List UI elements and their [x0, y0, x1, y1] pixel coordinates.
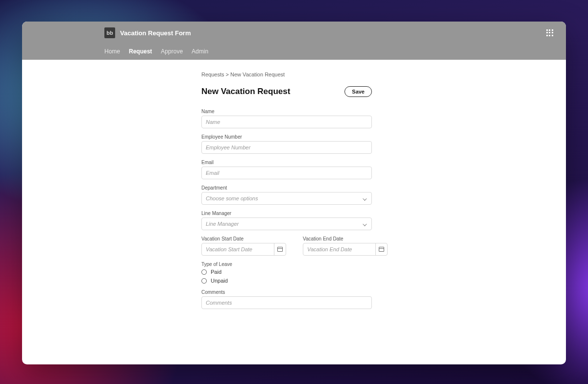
line-manager-select[interactable]: Line Manager	[201, 217, 372, 230]
logo-text: bb	[106, 30, 113, 36]
app-title: Vacation Request Form	[120, 29, 191, 37]
field-comments: Comments	[201, 289, 372, 309]
form-container: Requests > New Vacation Request New Vaca…	[201, 72, 372, 315]
line-manager-placeholder: Line Manager	[206, 221, 239, 227]
field-email: Email	[201, 160, 372, 179]
calendar-icon	[379, 247, 384, 252]
label-comments: Comments	[201, 289, 372, 295]
label-department: Department	[201, 185, 372, 191]
field-employee-number: Employee Number	[201, 134, 372, 154]
label-type-of-leave: Type of Leave	[201, 262, 372, 267]
radio-circle-icon	[201, 269, 207, 275]
breadcrumb-separator: >	[226, 72, 229, 77]
breadcrumb-current: New Vacation Request	[230, 72, 285, 77]
vacation-start-calendar-button[interactable]	[274, 243, 286, 255]
calendar-icon	[277, 247, 283, 252]
radio-label-unpaid: Unpaid	[211, 278, 228, 284]
label-employee-number: Employee Number	[201, 134, 372, 140]
type-of-leave-radio-group: Paid Unpaid	[201, 269, 372, 284]
chevron-down-icon	[363, 221, 368, 226]
field-department: Department Choose some options	[201, 185, 372, 205]
save-button[interactable]: Save	[344, 86, 372, 97]
label-email: Email	[201, 160, 372, 165]
content: Requests > New Vacation Request New Vaca…	[22, 60, 566, 315]
radio-label-paid: Paid	[211, 269, 221, 275]
employee-number-input[interactable]	[201, 141, 372, 154]
apps-grid-icon[interactable]	[546, 29, 553, 36]
vacation-start-input-wrap	[201, 243, 286, 256]
nav-item-home[interactable]: Home	[104, 48, 120, 55]
radio-paid[interactable]: Paid	[201, 269, 372, 275]
vacation-end-input-wrap	[303, 243, 388, 256]
topbar-row-brand: bb Vacation Request Form	[22, 22, 566, 38]
nav: Home Request Approve Admin	[22, 48, 566, 60]
field-vacation-start: Vacation Start Date	[201, 236, 286, 256]
label-line-manager: Line Manager	[201, 211, 372, 216]
nav-item-request[interactable]: Request	[129, 48, 152, 55]
vacation-start-input[interactable]	[206, 246, 274, 252]
app-window: bb Vacation Request Form Home Request Ap…	[22, 22, 566, 364]
field-name: Name	[201, 109, 372, 128]
breadcrumb: Requests > New Vacation Request	[201, 72, 372, 77]
page-title: New Vacation Request	[201, 87, 290, 96]
department-placeholder: Choose some options	[206, 195, 258, 201]
page-header: New Vacation Request Save	[201, 86, 372, 97]
vacation-end-input[interactable]	[307, 246, 375, 252]
brand: bb Vacation Request Form	[104, 27, 191, 38]
label-vacation-start: Vacation Start Date	[201, 236, 286, 241]
topbar: bb Vacation Request Form Home Request Ap…	[22, 22, 566, 60]
field-type-of-leave: Type of Leave Paid Unpaid	[201, 262, 372, 284]
field-vacation-end: Vacation End Date	[303, 236, 388, 256]
chevron-down-icon	[363, 196, 368, 201]
department-select[interactable]: Choose some options	[201, 192, 372, 205]
vacation-end-calendar-button[interactable]	[375, 243, 387, 255]
radio-unpaid[interactable]: Unpaid	[201, 278, 372, 284]
breadcrumb-parent[interactable]: Requests	[201, 72, 224, 77]
logo: bb	[104, 27, 115, 38]
label-vacation-end: Vacation End Date	[303, 236, 388, 241]
comments-input[interactable]	[201, 296, 372, 309]
nav-item-approve[interactable]: Approve	[161, 48, 183, 55]
email-input[interactable]	[201, 167, 372, 179]
label-name: Name	[201, 109, 372, 114]
nav-item-admin[interactable]: Admin	[192, 48, 208, 55]
radio-circle-icon	[201, 278, 207, 284]
name-input[interactable]	[201, 116, 372, 128]
field-line-manager: Line Manager Line Manager	[201, 211, 372, 230]
date-row: Vacation Start Date Vacation End Date	[201, 236, 372, 256]
